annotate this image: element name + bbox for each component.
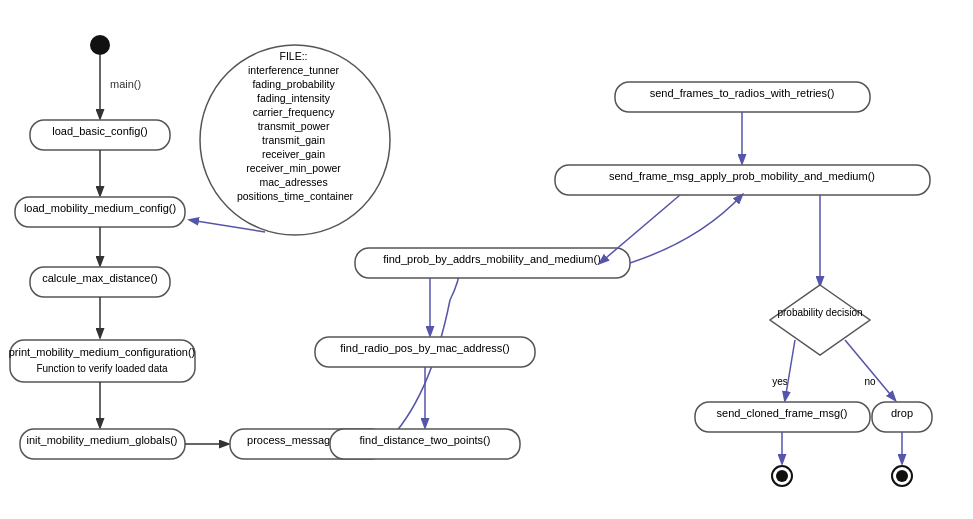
label-calcule-max: calcule_max_distance() — [42, 272, 158, 284]
start-node — [90, 35, 110, 55]
label-yes: yes — [772, 376, 788, 387]
label-init-mobility: init_mobility_medium_globals() — [26, 434, 177, 446]
label-print-mobility-2: Function to verify loaded data — [36, 363, 168, 374]
arrow-sfm-fp — [600, 195, 680, 263]
label-send-frames: send_frames_to_radios_with_retries() — [650, 87, 835, 99]
label-send-frame-msg: send_frame_msg_apply_prob_mobility_and_m… — [609, 170, 875, 182]
label-load-mobility: load_mobility_medium_config() — [24, 202, 176, 214]
label-find-radio-pos: find_radio_pos_by_mac_address() — [340, 342, 509, 354]
label-send-cloned: send_cloned_frame_msg() — [717, 407, 848, 419]
label-find-prob: find_prob_by_addrs_mobility_and_medium() — [383, 253, 601, 265]
label-load-basic-config: load_basic_config() — [52, 125, 147, 137]
label-drop: drop — [891, 407, 913, 419]
end-node-1-inner — [776, 470, 788, 482]
label-no: no — [864, 376, 876, 387]
arrow-fp-sfm — [630, 195, 742, 263]
diagram-svg: main() load_basic_config() load_mobility… — [0, 0, 973, 519]
label-print-mobility-1: print_mobility_medium_configuration() — [9, 346, 195, 358]
label-main: main() — [110, 78, 141, 90]
arrow-pd-sc — [785, 340, 795, 400]
node-prob-decision — [770, 285, 870, 355]
end-node-2-inner — [896, 470, 908, 482]
label-find-distance: find_distance_two_points() — [360, 434, 491, 446]
arrow-pd-drop — [845, 340, 895, 400]
label-prob-decision: probability decision — [777, 307, 862, 318]
